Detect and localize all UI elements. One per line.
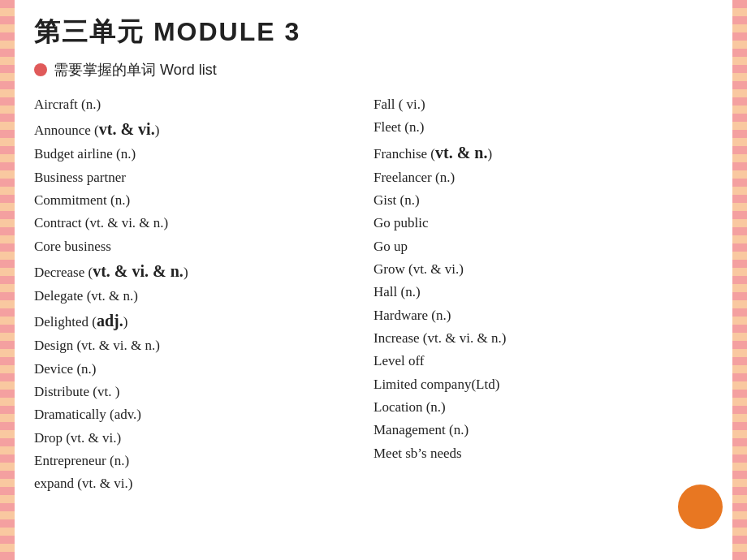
list-item: Grow (vt. & vi.) [374,259,713,280]
list-item: Franchise (vt. & n.) [374,140,713,166]
list-item: Budget airline (n.) [34,144,374,165]
word-column-1: Aircraft (n.) Announce (vt. & vi.) Budge… [34,94,374,495]
list-item: Fall ( vi.) [374,94,713,115]
list-item: Level off [374,351,713,372]
list-item: Contract (vt. & vi. & n.) [34,213,374,234]
main-content: 第三单元 MODULE 3 需要掌握的单词 Word list Aircraft… [18,0,729,503]
list-item: Drop (vt. & vi.) [34,428,374,449]
list-item: Aircraft (n.) [34,94,374,115]
list-item: Core business [34,236,374,257]
bullet-icon [34,63,47,76]
list-item: Dramatically (adv.) [34,404,374,425]
subtitle-text: 需要掌握的单词 Word list [54,60,217,80]
list-item: Freelancer (n.) [374,167,713,188]
list-item: Hardware (n.) [374,305,713,326]
list-item: Hall (n.) [374,282,713,303]
word-columns: Aircraft (n.) Announce (vt. & vi.) Budge… [34,94,713,495]
list-item: Distribute (vt. ) [34,381,374,403]
list-item: Commitment (n.) [34,190,374,211]
list-item: Design (vt. & vi. & n.) [34,335,374,356]
list-item: expand (vt. & vi.) [34,473,374,494]
list-item: Go up [374,236,713,257]
list-item: Delighted (adj.) [34,308,374,334]
list-item: Go public [374,213,713,234]
list-item: Decrease (vt. & vi. & n.) [34,259,374,284]
border-right [732,0,747,560]
list-item: Entrepreneur (n.) [34,450,374,472]
word-column-2: Fall ( vi.) Fleet (n.) Franchise (vt. & … [374,94,713,495]
list-item: Device (n.) [34,359,374,380]
subtitle-row: 需要掌握的单词 Word list [34,60,713,80]
list-item: Increase (vt. & vi. & n.) [374,328,713,349]
list-item: Fleet (n.) [374,117,713,138]
list-item: Announce (vt. & vi.) [34,117,374,142]
list-item: Management (n.) [374,420,713,441]
list-item: Meet sb’s needs [374,443,713,464]
border-left [0,0,15,560]
list-item: Limited company(Ltd) [374,374,713,395]
list-item: Business partner [34,167,374,188]
list-item: Gist (n.) [374,190,713,211]
list-item: Location (n.) [374,397,713,418]
page-title: 第三单元 MODULE 3 [34,15,713,50]
orange-circle-decoration [678,485,723,529]
list-item: Delegate (vt. & n.) [34,286,374,307]
